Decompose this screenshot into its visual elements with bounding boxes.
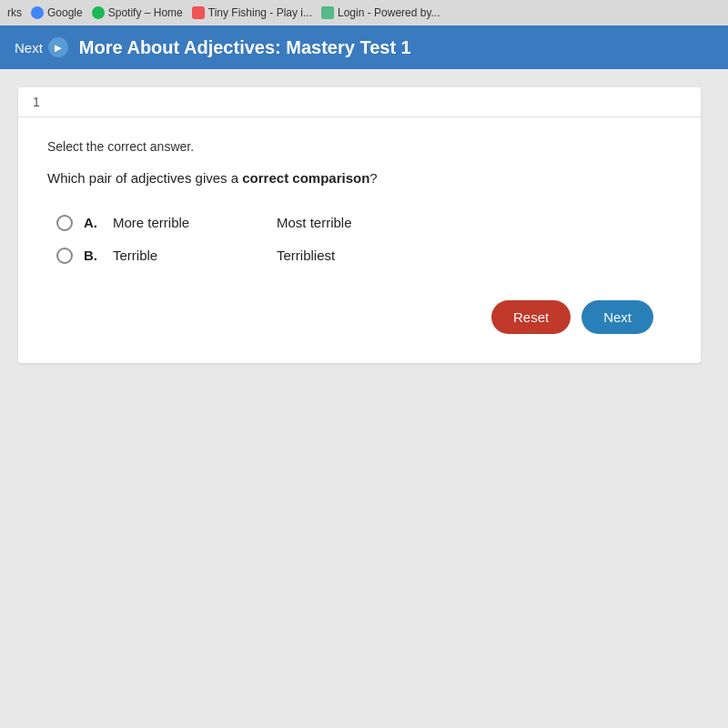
buttons-row: Reset Next [47, 300, 672, 334]
option-radio-b[interactable] [56, 248, 73, 264]
option-radio-a[interactable] [56, 215, 73, 231]
fishing-tab-label: Tiny Fishing - Play i... [208, 6, 312, 19]
option-item-b[interactable]: B. Terrible Terribliest [56, 248, 672, 264]
browser-tab-google[interactable]: Google [31, 6, 83, 19]
page-title: More About Adjectives: Mastery Test 1 [79, 37, 411, 58]
reset-button[interactable]: Reset [491, 300, 571, 334]
next-button[interactable]: Next [581, 300, 653, 334]
question-card: 1 Select the correct answer. Which pair … [18, 87, 701, 363]
google-icon [31, 6, 44, 19]
spotify-tab-label: Spotify – Home [108, 6, 183, 19]
options-list: A. More terrible Most terrible B. Terrib… [56, 215, 672, 264]
browser-tab-spotify[interactable]: Spotify – Home [92, 6, 183, 19]
google-tab-label: Google [47, 6, 83, 19]
next-nav-label: Next [15, 40, 43, 56]
question-text-bold: correct comparison [242, 170, 369, 186]
option-word-b2: Terribliest [277, 248, 386, 263]
browser-tab-login[interactable]: Login - Powered by... [321, 6, 440, 19]
browser-tab-fishing[interactable]: Tiny Fishing - Play i... [192, 6, 312, 19]
option-word-a2: Most terrible [277, 215, 386, 230]
question-text-plain: Which pair of adjectives gives a [47, 170, 242, 186]
spotify-icon [92, 6, 105, 19]
login-tab-label: Login - Powered by... [338, 6, 440, 19]
question-text-end: ? [369, 170, 377, 186]
option-label-a: A. [84, 215, 102, 230]
option-word-a1: More terrible [113, 215, 222, 230]
main-content: 1 Select the correct answer. Which pair … [0, 69, 728, 728]
browser-tab-rks: rks [7, 6, 22, 19]
question-text: Which pair of adjectives gives a correct… [47, 168, 672, 189]
option-text-pair-a: More terrible Most terrible [113, 215, 386, 230]
fishing-icon [192, 6, 205, 19]
instruction-text: Select the correct answer. [47, 139, 672, 154]
question-number-bar: 1 [18, 87, 701, 117]
option-word-b1: Terrible [113, 248, 222, 263]
top-navigation: Next ► More About Adjectives: Mastery Te… [0, 25, 728, 69]
login-icon [321, 6, 334, 19]
next-arrow-icon: ► [48, 37, 68, 57]
browser-bar: rks Google Spotify – Home Tiny Fishing -… [0, 0, 728, 25]
option-text-pair-b: Terrible Terribliest [113, 248, 386, 263]
option-item-a[interactable]: A. More terrible Most terrible [56, 215, 672, 231]
question-number: 1 [33, 95, 40, 109]
option-label-b: B. [84, 248, 102, 263]
question-body: Select the correct answer. Which pair of… [18, 117, 701, 363]
next-nav-link[interactable]: Next ► [15, 37, 68, 57]
